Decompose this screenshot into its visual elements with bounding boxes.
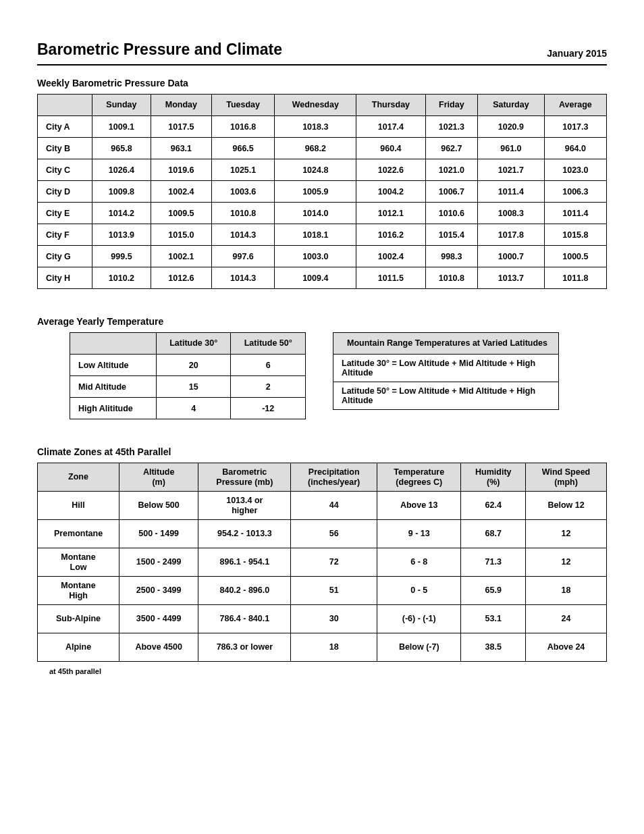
cell-value: 65.9 [461,577,526,605]
row-label: City D [38,181,92,203]
cell-value: 3500 - 4499 [119,605,198,633]
cell-value: 1002.1 [151,246,211,267]
row-label: Low Altitude [70,355,157,376]
avg-temp-table: Latitude 30°Latitude 50° Low Altitude206… [70,332,306,419]
header-divider [37,64,607,66]
cell-value: 1017.5 [151,116,211,138]
cell-value: 18 [291,633,377,662]
cell-value: 1004.2 [356,181,426,203]
cell-value: (-6) - (-1) [377,605,461,633]
cell-value: 1016.8 [211,116,275,138]
cell-value: Above 24 [526,633,607,662]
row-label: Montane Low [38,548,119,577]
cell-value: 999.5 [92,246,151,267]
weekly-col-header: Average [544,95,606,116]
page-date: January 2015 [547,48,607,59]
cell-value: 1012.6 [151,267,211,289]
table-row: AlpineAbove 4500786.3 or lower18Below (-… [38,633,607,662]
row-label: High Alititude [70,398,157,419]
weekly-col-header: Monday [151,95,211,116]
cell-value: 18 [526,577,607,605]
cell-value: 1010.2 [92,267,151,289]
zone-col-header: Precipitation (inches/year) [291,463,377,492]
cell-value: 4 [156,398,231,419]
cell-value: 20 [156,355,231,376]
row-label: Montane High [38,577,119,605]
row-label: City E [38,203,92,224]
zone-col-header: Wind Speed (mph) [526,463,607,492]
row-label: City A [38,116,92,138]
zone-col-header: Altitude (m) [119,463,198,492]
weekly-col-header: Tuesday [211,95,275,116]
cell-value: 786.3 or lower [198,633,291,662]
cell-value: 1014.2 [92,203,151,224]
cell-value: 997.6 [211,246,275,267]
cell-value: 1017.8 [478,224,545,246]
cell-value: 2 [231,376,306,398]
cell-value: 44 [291,492,377,520]
cell-value: 1024.8 [275,159,356,181]
zone-col-header: Zone [38,463,119,492]
mountain-range-header: Mountain Range Temperatures at Varied La… [333,333,559,355]
cell-value: 9 - 13 [377,520,461,548]
cell-value: 1015.4 [425,224,477,246]
cell-value: 1018.3 [275,116,356,138]
cell-value: 1008.3 [478,203,545,224]
cell-value: 1013.4 or higher [198,492,291,520]
cell-value: 1009.5 [151,203,211,224]
cell-value: 56 [291,520,377,548]
cell-value: 1006.3 [544,181,606,203]
cell-value: 1010.8 [425,267,477,289]
cell-value: 6 [231,355,306,376]
cell-value: 1023.0 [544,159,606,181]
row-label: City B [38,138,92,159]
zone-col-header: Barometric Pressure (mb) [198,463,291,492]
cell-value: 1015.0 [151,224,211,246]
climate-zone-table: ZoneAltitude (m)Barometric Pressure (mb)… [37,463,607,662]
cell-value: 896.1 - 954.1 [198,548,291,577]
cell-value: 963.1 [151,138,211,159]
cell-value: 24 [526,605,607,633]
at-parallel-note: at 45th parallel [49,667,607,675]
cell-value: 1021.7 [478,159,545,181]
cell-value: 965.8 [92,138,151,159]
cell-value: 1010.8 [211,203,275,224]
cell-value: 1022.6 [356,159,426,181]
cell-value: 1017.4 [356,116,426,138]
weekly-col-header: Wednesday [275,95,356,116]
page-title: Barometric Pressure and Climate [37,41,282,59]
cell-value: 1015.8 [544,224,606,246]
weekly-col-header: Sunday [92,95,151,116]
cell-value: 1012.1 [356,203,426,224]
cell-value: 1011.4 [478,181,545,203]
cell-value: Below 12 [526,492,607,520]
cell-value: 1011.5 [356,267,426,289]
table-row: Premontane500 - 1499954.2 - 1013.3569 - … [38,520,607,548]
table-row: HillBelow 5001013.4 or higher44Above 136… [38,492,607,520]
cell-value: 1014.3 [211,267,275,289]
cell-value: 1025.1 [211,159,275,181]
cell-value: 1013.7 [478,267,545,289]
cell-value: 998.3 [425,246,477,267]
row-label: Sub-Alpine [38,605,119,633]
cell-value: 0 - 5 [377,577,461,605]
cell-value: 1009.1 [92,116,151,138]
cell-value: Below 500 [119,492,198,520]
cell-value: Below (-7) [377,633,461,662]
cell-value: 1017.3 [544,116,606,138]
cell-value: 1021.3 [425,116,477,138]
weekly-col-header: Thursday [356,95,426,116]
table-row: Latitude 30° = Low Altitude + Mid Altitu… [333,355,559,382]
weekly-col-header: Saturday [478,95,545,116]
cell-value: 1009.8 [92,181,151,203]
cell-value: 1016.2 [356,224,426,246]
cell-value: 62.4 [461,492,526,520]
table-row: Latitude 50° = Low Altitude + Mid Altitu… [333,382,559,410]
table-row: City H1010.21012.61014.31009.41011.51010… [38,267,607,289]
row-label: Mid Altitude [70,376,157,398]
cell-value: 15 [156,376,231,398]
weekly-col-header [38,95,92,116]
table-row: City A1009.11017.51016.81018.31017.41021… [38,116,607,138]
table-row: Mid Altitude152 [70,376,306,398]
cell-value: 840.2 - 896.0 [198,577,291,605]
